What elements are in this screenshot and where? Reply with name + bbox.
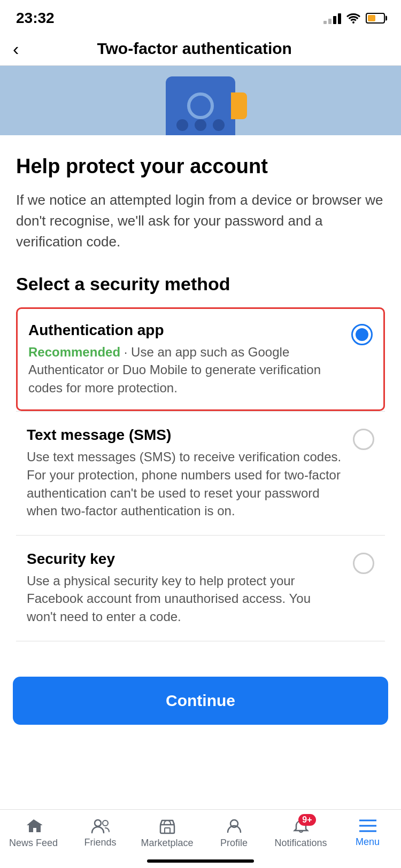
page-title: Two-factor authentication	[29, 40, 359, 58]
nav-item-notifications[interactable]: 9+ Notifications	[267, 817, 334, 849]
hero-illustration	[0, 66, 401, 135]
nav-item-marketplace[interactable]: Marketplace	[134, 817, 200, 849]
status-icons	[323, 12, 385, 24]
home-icon	[25, 817, 42, 834]
svg-rect-3	[165, 828, 170, 833]
sms-radio[interactable]	[353, 429, 374, 450]
notifications-badge: 9+	[298, 814, 315, 826]
status-bar: 23:32	[0, 0, 401, 32]
section-heading: Select a security method	[16, 274, 385, 294]
nav-item-news-feed[interactable]: News Feed	[0, 817, 67, 849]
nav-item-menu[interactable]: Menu	[334, 818, 401, 848]
auth-app-option[interactable]: Authentication app Recommended · Use an …	[16, 307, 385, 412]
nav-label-profile: Profile	[220, 838, 248, 849]
auth-app-content: Authentication app Recommended · Use an …	[28, 322, 341, 397]
security-key-desc: Use a physical security key to help prot…	[27, 572, 342, 626]
back-button[interactable]: ‹	[13, 40, 19, 58]
sms-desc: Use text messages (SMS) to receive verif…	[27, 448, 342, 520]
svg-point-0	[95, 820, 101, 826]
nav-label-friends: Friends	[84, 837, 116, 848]
security-key-radio[interactable]	[353, 553, 374, 574]
friends-icon	[91, 818, 110, 834]
header: ‹ Two-factor authentication	[0, 32, 401, 66]
menu-icon	[359, 818, 376, 833]
auth-app-title: Authentication app	[28, 322, 341, 339]
profile-icon	[226, 817, 243, 834]
nav-label-menu: Menu	[356, 836, 380, 848]
svg-point-1	[103, 820, 108, 826]
security-key-option[interactable]: Security key Use a physical security key…	[16, 536, 385, 641]
safe-icon	[166, 76, 235, 135]
main-heading: Help protect your account	[16, 154, 385, 179]
marketplace-icon	[159, 817, 176, 834]
signal-icon	[323, 12, 341, 24]
sms-content: Text message (SMS) Use text messages (SM…	[27, 427, 342, 520]
home-indicator	[147, 859, 254, 863]
divider-3	[16, 641, 385, 641]
nav-item-profile[interactable]: Profile	[200, 817, 267, 849]
main-content: Help protect your account If we notice a…	[0, 135, 401, 661]
sms-option[interactable]: Text message (SMS) Use text messages (SM…	[16, 412, 385, 534]
security-key-title: Security key	[27, 551, 342, 568]
wifi-icon	[346, 13, 360, 24]
svg-rect-2	[160, 825, 174, 833]
radio-inner	[356, 328, 368, 341]
continue-button[interactable]: Continue	[13, 677, 388, 725]
nav-item-friends[interactable]: Friends	[67, 818, 134, 848]
recommended-badge: Recommended	[28, 345, 120, 359]
auth-app-desc: Recommended · Use an app such as Google …	[28, 343, 341, 397]
notifications-badge-container: 9+	[292, 817, 310, 834]
sms-title: Text message (SMS)	[27, 427, 342, 444]
auth-app-radio[interactable]	[351, 324, 373, 345]
security-key-content: Security key Use a physical security key…	[27, 551, 342, 626]
battery-icon	[366, 13, 385, 24]
status-time: 23:32	[16, 10, 55, 27]
nav-label-notifications: Notifications	[274, 838, 327, 849]
nav-label-marketplace: Marketplace	[141, 838, 193, 849]
description: If we notice an attempted login from a d…	[16, 190, 385, 252]
nav-label-news-feed: News Feed	[9, 838, 58, 849]
